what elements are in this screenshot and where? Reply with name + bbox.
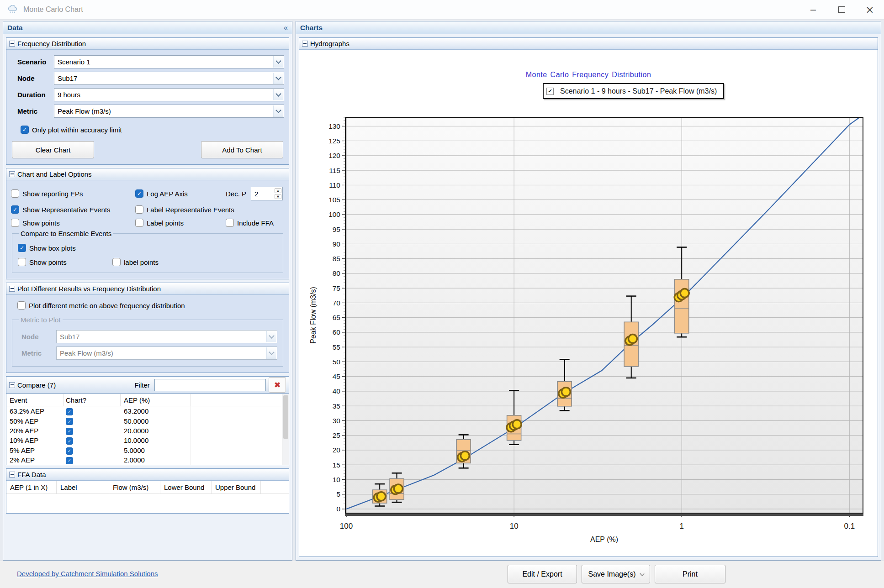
- column-event[interactable]: Event: [6, 394, 64, 406]
- collapse-section-icon[interactable]: [302, 41, 308, 47]
- spin-down-icon[interactable]: ▼: [275, 194, 281, 199]
- chevron-down-icon[interactable]: [273, 73, 283, 84]
- collapse-section-icon[interactable]: [9, 171, 15, 177]
- dec-p-spinner[interactable]: 2 ▲ ▼: [251, 187, 283, 200]
- checkbox-check-icon: [18, 244, 26, 252]
- event-cell: 50% AEP: [6, 417, 64, 425]
- ensemble-show-points-checkbox[interactable]: Show points: [18, 258, 112, 266]
- aep-cell: 63.2000: [121, 406, 191, 416]
- hydrographs-header[interactable]: Hydrographs: [299, 38, 878, 50]
- table-row[interactable]: 63.2% AEP63.2000: [6, 406, 289, 416]
- table-row[interactable]: 20% AEP20.0000: [6, 426, 289, 436]
- checkbox-box: [135, 219, 143, 227]
- ffa-table-header: AEP (1 in X) Label Flow (m3/s) Lower Bou…: [6, 481, 289, 494]
- row-chart-checkbox[interactable]: [66, 408, 73, 415]
- duration-combo[interactable]: 9 hours: [54, 88, 284, 101]
- checkbox-box: [18, 258, 26, 266]
- include-ffa-checkbox[interactable]: Include FFA: [226, 219, 274, 227]
- show-representative-events-checkbox[interactable]: Show Representative Events: [11, 205, 135, 214]
- ensemble-label-points-checkbox[interactable]: label points: [112, 258, 159, 266]
- row-chart-checkbox[interactable]: [66, 457, 73, 464]
- event-cell: 2% AEP: [6, 456, 64, 464]
- maximize-button[interactable]: [827, 0, 856, 19]
- developer-link[interactable]: Developed by Catchment Simulation Soluti…: [17, 570, 158, 578]
- save-images-button[interactable]: Save Image(s): [582, 565, 650, 583]
- collapse-section-icon[interactable]: [9, 286, 15, 292]
- edit-export-button[interactable]: Edit / Export: [508, 565, 577, 583]
- ensemble-show-points-label: Show points: [29, 258, 67, 266]
- vertical-scrollbar[interactable]: [282, 394, 289, 465]
- collapse-section-icon[interactable]: [9, 382, 15, 388]
- show-box-plots-checkbox[interactable]: Show box plots: [18, 244, 76, 252]
- table-row[interactable]: 2% AEP2.0000: [6, 455, 289, 465]
- section-title: Chart and Label Options: [17, 170, 92, 178]
- compare-table: Event Chart? AEP (%) 63.2% AEP63.200050%…: [6, 394, 289, 465]
- table-row[interactable]: 5% AEP5.0000: [6, 446, 289, 455]
- chart-label-options-header[interactable]: Chart and Label Options: [6, 168, 289, 180]
- svg-text:110: 110: [329, 181, 340, 189]
- column-aep-1-in-x[interactable]: AEP (1 in X): [6, 481, 57, 493]
- charts-panel-title: Charts: [300, 24, 323, 32]
- legend-checkbox[interactable]: [546, 88, 554, 95]
- column-lower-bound[interactable]: Lower Bound: [160, 481, 212, 493]
- label-points-checkbox[interactable]: Label points: [135, 219, 226, 227]
- aep-cell: 5.0000: [121, 446, 191, 455]
- minimize-button[interactable]: −: [799, 0, 827, 19]
- clear-chart-button[interactable]: Clear Chart: [12, 141, 94, 158]
- clear-filter-button[interactable]: ✖: [269, 377, 286, 393]
- frequency-distribution-header[interactable]: Frequency Distribution: [6, 38, 289, 50]
- column-label[interactable]: Label: [57, 481, 109, 493]
- compare-table-body: 63.2% AEP63.200050% AEP50.000020% AEP20.…: [6, 406, 289, 465]
- aep-cell: 2.0000: [121, 455, 191, 465]
- chevron-down-icon[interactable]: [273, 105, 283, 117]
- column-chart[interactable]: Chart?: [64, 394, 121, 406]
- frequency-distribution-chart[interactable]: 0510152025303540455055606570758085909510…: [299, 50, 879, 559]
- compare-to-ensemble-fieldset: Compare to Ensemble Events Show box plot…: [12, 230, 283, 273]
- spin-up-icon[interactable]: ▲: [275, 188, 281, 193]
- metric-combo[interactable]: Peak Flow (m3/s): [54, 105, 284, 118]
- chevron-down-icon[interactable]: [273, 56, 283, 68]
- column-aep[interactable]: AEP (%): [121, 394, 191, 406]
- metric-label: Metric: [18, 349, 56, 357]
- plot-different-header[interactable]: Plot Different Results vs Frequency Dist…: [6, 283, 289, 295]
- print-button[interactable]: Print: [655, 565, 725, 583]
- aep-cell: 50.0000: [121, 416, 191, 425]
- ffa-data-header[interactable]: FFA Data: [6, 469, 289, 481]
- window-titlebar: Monte Carlo Chart − ×: [0, 0, 884, 20]
- checkbox-check-icon: [135, 189, 143, 198]
- show-reporting-eps-checkbox[interactable]: Show reporting EPs: [11, 189, 135, 198]
- row-chart-checkbox[interactable]: [66, 437, 73, 445]
- plot-different-metric-checkbox[interactable]: Plot different metric on above frequency…: [17, 301, 284, 310]
- collapse-section-icon[interactable]: [9, 41, 15, 47]
- checkbox-box: [17, 301, 26, 310]
- filter-input[interactable]: [154, 379, 266, 391]
- data-panel-header: Data «: [3, 21, 292, 34]
- scrollbar-thumb[interactable]: [283, 395, 288, 439]
- charts-panel-header: Charts: [296, 21, 881, 34]
- add-to-chart-button[interactable]: Add To Chart: [201, 141, 283, 158]
- label-representative-events-checkbox[interactable]: Label Representative Events: [135, 205, 281, 214]
- column-flow[interactable]: Flow (m3/s): [109, 481, 160, 493]
- log-aep-axis-checkbox[interactable]: Log AEP Axis: [135, 189, 226, 198]
- table-row[interactable]: 10% AEP10.0000: [6, 436, 289, 445]
- row-chart-checkbox[interactable]: [66, 447, 73, 455]
- print-label: Print: [683, 570, 698, 578]
- scenario-combo[interactable]: Scenario 1: [54, 55, 284, 68]
- show-points-checkbox[interactable]: Show points: [11, 219, 135, 227]
- label-points-label: Label points: [147, 219, 184, 227]
- chevron-down-icon[interactable]: [273, 89, 283, 100]
- node-combo[interactable]: Sub17: [54, 72, 284, 85]
- table-row[interactable]: 50% AEP50.0000: [6, 416, 289, 425]
- ensemble-title: Compare to Ensemble Events: [19, 230, 113, 237]
- row-chart-checkbox[interactable]: [66, 428, 73, 435]
- row-chart-checkbox[interactable]: [66, 418, 73, 425]
- metric-label: Metric: [11, 107, 54, 115]
- checkbox-box: [11, 189, 19, 198]
- node-label: Node: [11, 74, 54, 82]
- svg-text:105: 105: [328, 196, 340, 204]
- collapse-section-icon[interactable]: [9, 472, 15, 478]
- column-upper-bound[interactable]: Upper Bound: [212, 481, 261, 493]
- accuracy-limit-checkbox[interactable]: Only plot within accuracy limit: [21, 126, 284, 134]
- close-button[interactable]: ×: [856, 0, 884, 19]
- collapse-panel-icon[interactable]: «: [284, 24, 288, 32]
